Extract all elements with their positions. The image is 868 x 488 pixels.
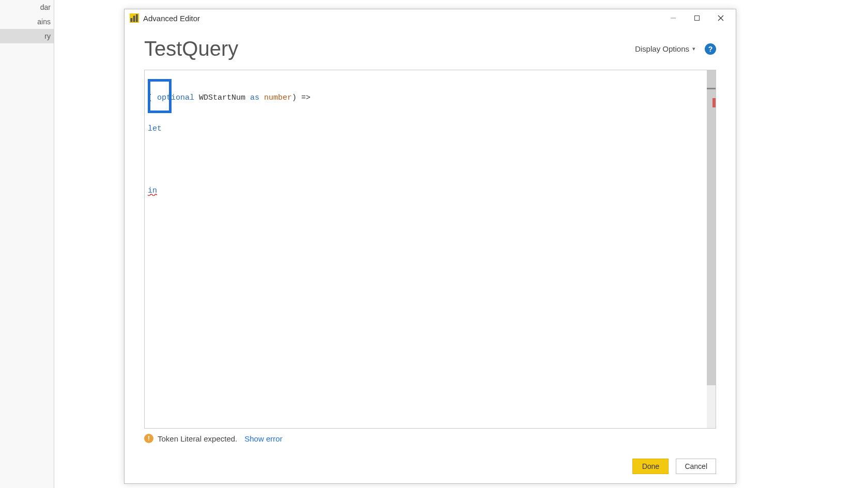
dialog-body: TestQuery Display Options ▾ ? ( optional…: [125, 27, 736, 483]
sidebar-item[interactable]: ains: [0, 14, 54, 29]
minimize-button[interactable]: [661, 10, 685, 26]
show-error-link[interactable]: Show error: [244, 434, 282, 443]
code-area[interactable]: ( optional WDStartNum as number) => let …: [145, 70, 707, 428]
svg-rect-2: [136, 14, 138, 22]
display-options-label: Display Options: [635, 44, 689, 53]
scrollbar-thumb[interactable]: [707, 70, 716, 385]
svg-rect-1: [133, 16, 135, 22]
app-icon: [130, 13, 139, 23]
query-title: TestQuery: [144, 37, 635, 60]
display-options-dropdown[interactable]: Display Options ▾: [635, 44, 695, 53]
help-button[interactable]: ?: [705, 43, 716, 55]
error-message: Token Literal expected.: [158, 434, 237, 443]
background-sidebar: dar ains ry: [0, 0, 54, 488]
warning-icon: !: [144, 434, 153, 443]
scrollbar-tick: [707, 88, 716, 89]
sidebar-item[interactable]: ry: [0, 29, 54, 43]
vertical-scrollbar[interactable]: [707, 70, 716, 428]
svg-rect-4: [695, 16, 700, 21]
titlebar: Advanced Editor: [125, 9, 736, 27]
status-row: ! Token Literal expected. Show error: [144, 429, 716, 443]
advanced-editor-dialog: Advanced Editor TestQuery Display Option…: [124, 9, 736, 484]
svg-rect-0: [131, 18, 133, 22]
maximize-button[interactable]: [685, 10, 709, 26]
button-row: Done Cancel: [144, 443, 716, 474]
sidebar-item[interactable]: dar: [0, 0, 54, 14]
chevron-down-icon: ▾: [692, 45, 695, 52]
done-button[interactable]: Done: [632, 459, 669, 474]
query-header: TestQuery Display Options ▾ ?: [144, 37, 716, 60]
scrollbar-error-marker: [712, 98, 716, 107]
titlebar-label: Advanced Editor: [143, 14, 200, 23]
cancel-button[interactable]: Cancel: [676, 459, 716, 474]
close-button[interactable]: [709, 10, 733, 26]
code-editor[interactable]: ( optional WDStartNum as number) => let …: [144, 70, 716, 429]
